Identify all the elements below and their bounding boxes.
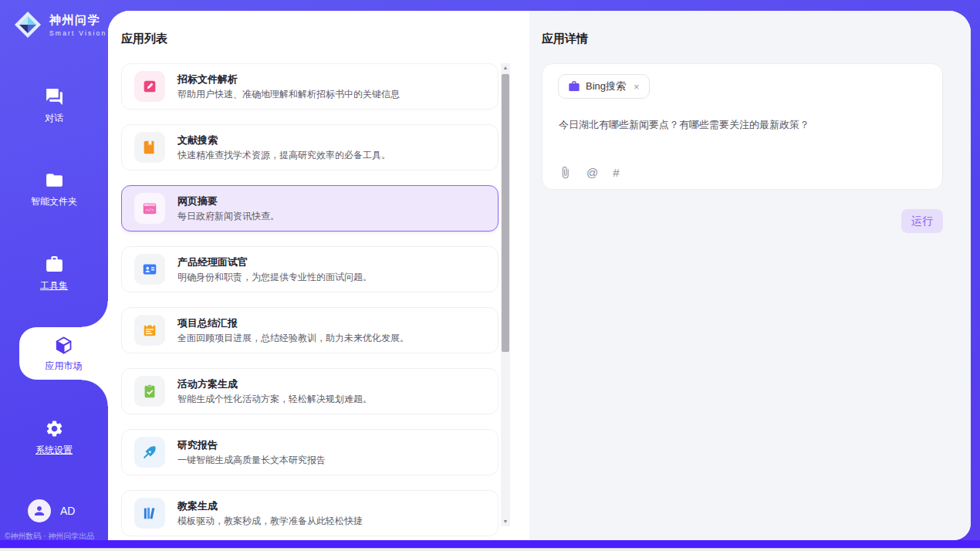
person-icon <box>32 504 46 518</box>
app-card-title: 活动方案生成 <box>177 379 372 390</box>
app-card-web-summary-selected[interactable]: </> 网页摘要 每日政府新闻资讯快查。 <box>121 185 498 232</box>
hash-icon[interactable]: # <box>613 166 619 179</box>
bottom-accent-bar <box>0 540 980 548</box>
app-list-scrollbar[interactable]: ▲ ▼ <box>501 63 510 526</box>
sidebar-item-app-market[interactable]: 应用市场 <box>19 327 108 380</box>
app-card-desc: 智能生成个性化活动方案，轻松解决规划难题。 <box>177 394 372 404</box>
toolbox-icon <box>45 255 64 274</box>
brand-logo: 神州问学 Smart Vision <box>12 9 106 40</box>
books-icon <box>134 498 165 529</box>
app-card-pm-interviewer[interactable]: 产品经理面试官 明确身份和职责，为您提供专业性的面试问题。 <box>121 246 498 292</box>
book-icon <box>134 132 165 163</box>
prompt-input-card[interactable]: Bing搜索 × 今日湖北有哪些新闻要点？有哪些需要关注的最新政策？ @ # <box>542 63 943 190</box>
cube-icon <box>53 335 74 356</box>
avatar <box>28 499 51 522</box>
clipboard-check-icon <box>134 376 165 407</box>
app-card-desc: 全面回顾项目进展，总结经验教训，助力未来优化发展。 <box>177 333 409 343</box>
app-card-desc: 每日政府新闻资讯快查。 <box>177 211 279 221</box>
sidebar-item-label: 系统设置 <box>35 444 73 457</box>
sidebar-item-label: 应用市场 <box>46 360 83 373</box>
app-card-title: 教案生成 <box>177 501 363 512</box>
app-card-bid-doc-analysis[interactable]: 招标文件解析 帮助用户快速、准确地理解和解析招标书中的关键信息 <box>121 63 498 110</box>
app-card-research-report[interactable]: 研究报告 一键智能生成高质量长文本研究报告 <box>121 429 498 475</box>
briefcase-icon <box>568 80 580 93</box>
calendar-icon <box>134 315 165 346</box>
browser-icon: </> <box>134 193 165 224</box>
user-initials: AD <box>60 505 75 517</box>
sidebar: 神州问学 Smart Vision 对话 智能文件夹 工具集 应用市场 系统设置… <box>0 0 108 540</box>
diamond-logo-icon <box>12 9 43 40</box>
app-card-desc: 明确身份和职责，为您提供专业性的面试问题。 <box>177 272 372 282</box>
svg-text:</>: </> <box>146 208 154 213</box>
sidebar-item-label: 对话 <box>45 112 63 125</box>
folder-icon <box>45 171 64 190</box>
sidebar-item-smart-folder[interactable]: 智能文件夹 <box>0 171 108 208</box>
app-card-title: 项目总结汇报 <box>177 318 409 329</box>
edit-doc-icon <box>134 71 165 102</box>
app-card-desc: 快速精准查找学术资源，提高研究效率的必备工具。 <box>177 150 390 161</box>
sidebar-item-toolset[interactable]: 工具集 <box>0 255 108 292</box>
app-card-title: 网页摘要 <box>177 196 279 207</box>
paperclip-icon[interactable] <box>559 166 572 179</box>
run-row: 运行 <box>542 209 943 233</box>
app-card-title: 招标文件解析 <box>177 74 400 85</box>
sidebar-item-settings[interactable]: 系统设置 <box>0 419 108 457</box>
app-list-section: 应用列表 招标文件解析 帮助用户快速、准确地理解和解析招标书中的关键信息 文献搜… <box>108 11 529 540</box>
scrollbar-thumb[interactable] <box>502 74 509 352</box>
sidebar-item-chat[interactable]: 对话 <box>0 87 108 125</box>
sidebar-item-label: 工具集 <box>40 279 68 292</box>
main-panel: 应用列表 招标文件解析 帮助用户快速、准确地理解和解析招标书中的关键信息 文献搜… <box>108 11 971 540</box>
pen-icon <box>134 437 165 468</box>
app-card-project-summary[interactable]: 项目总结汇报 全面回顾项目进展，总结经验教训，助力未来优化发展。 <box>121 307 498 353</box>
app-card-event-plan[interactable]: 活动方案生成 智能生成个性化活动方案，轻松解决规划难题。 <box>121 368 498 414</box>
brand-subtitle: Smart Vision <box>49 29 106 37</box>
chip-close-icon[interactable]: × <box>634 81 640 93</box>
tool-chip-label: Bing搜索 <box>586 79 626 93</box>
app-card-title: 研究报告 <box>177 440 326 451</box>
app-card-title: 文献搜索 <box>177 135 390 146</box>
interviewer-icon <box>134 254 165 285</box>
prompt-text[interactable]: 今日湖北有哪些新闻要点？有哪些需要关注的最新政策？ <box>559 118 923 132</box>
app-list: 招标文件解析 帮助用户快速、准确地理解和解析招标书中的关键信息 文献搜索 快速精… <box>121 63 500 540</box>
app-detail-section: 应用详情 Bing搜索 × 今日湖北有哪些新闻要点？有哪些需要关注的最新政策？ … <box>529 11 971 540</box>
brand-name: 神州问学 <box>49 13 106 28</box>
app-detail-title: 应用详情 <box>542 32 588 46</box>
mention-at-icon[interactable]: @ <box>586 166 598 179</box>
chat-icon <box>45 87 64 106</box>
app-card-desc: 模板驱动，教案秒成，教学准备从此轻松快捷 <box>177 516 363 526</box>
app-card-literature-search[interactable]: 文献搜索 快速精准查找学术资源，提高研究效率的必备工具。 <box>121 124 498 171</box>
window-bottom-edge <box>0 548 980 551</box>
app-card-title: 产品经理面试官 <box>177 257 372 268</box>
scrollbar-up-arrow[interactable]: ▲ <box>501 63 510 73</box>
gear-icon <box>45 419 64 438</box>
run-button[interactable]: 运行 <box>901 209 943 233</box>
scrollbar-down-arrow[interactable]: ▼ <box>501 517 510 526</box>
user-account[interactable]: AD <box>28 499 75 522</box>
brand-text: 神州问学 Smart Vision <box>49 13 106 37</box>
app-card-lesson-plan[interactable]: 教案生成 模板驱动，教案秒成，教学准备从此轻松快捷 <box>121 490 498 536</box>
app-list-title: 应用列表 <box>121 32 167 46</box>
app-card-desc: 一键智能生成高质量长文本研究报告 <box>177 455 326 465</box>
app-card-desc: 帮助用户快速、准确地理解和解析招标书中的关键信息 <box>177 90 400 100</box>
tool-chip-bing-search[interactable]: Bing搜索 × <box>558 74 650 99</box>
sidebar-item-label: 智能文件夹 <box>31 195 77 208</box>
prompt-toolbar: @ # <box>559 166 620 179</box>
